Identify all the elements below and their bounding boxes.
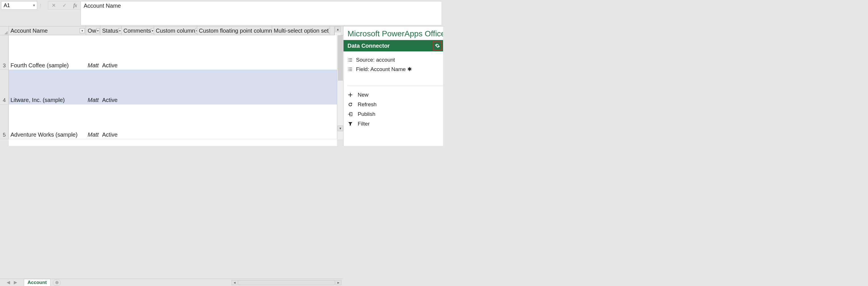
- table-row[interactable]: Fourth Coffee (sample) Matt P Active: [9, 35, 337, 70]
- filter-dropdown-icon[interactable]: ▼: [80, 28, 85, 33]
- divider: [347, 86, 443, 86]
- cell-account-name[interactable]: Adventure Works (sample): [9, 132, 86, 139]
- cell-custom[interactable]: [154, 69, 197, 69]
- col-header-comments[interactable]: Comments ▼: [122, 26, 154, 35]
- cell-status[interactable]: Active: [100, 132, 122, 139]
- cell-multi[interactable]: [272, 104, 330, 104]
- row-headers: 3 4 5: [0, 35, 9, 146]
- formula-buttons: ✕ ✓ fx: [48, 1, 81, 10]
- cell-float[interactable]: [197, 69, 272, 69]
- action-publish[interactable]: Publish: [347, 109, 443, 119]
- row-header[interactable]: 5: [0, 105, 9, 139]
- drag-handle-icon[interactable]: ⋮: [37, 1, 44, 10]
- name-box[interactable]: A1 ▼: [1, 1, 37, 10]
- fx-icon[interactable]: fx: [70, 1, 81, 9]
- publish-icon: [347, 112, 353, 116]
- scroll-down-icon[interactable]: ▼: [338, 125, 343, 131]
- row-header[interactable]: 3: [0, 35, 9, 70]
- filter-icon: [347, 121, 353, 126]
- cell-account-name[interactable]: Fourth Coffee (sample): [9, 62, 86, 69]
- col-header-account-name[interactable]: Account Name ▼: [9, 26, 86, 35]
- filter-dropdown-icon[interactable]: ▼: [118, 28, 122, 33]
- addin-pane: Microsoft PowerApps Office.. Data Connec…: [343, 26, 443, 146]
- action-refresh[interactable]: Refresh: [347, 100, 443, 109]
- cell-status[interactable]: Active: [100, 97, 122, 104]
- cell-float[interactable]: [197, 104, 272, 104]
- table-row[interactable]: Adventure Works (sample) Matt P Active: [9, 105, 337, 139]
- scrollbar-thumb[interactable]: [338, 35, 343, 81]
- cell-multi[interactable]: [272, 138, 330, 139]
- col-header-multi-select[interactable]: Multi-select option set ▼: [272, 26, 330, 35]
- cell-comments[interactable]: [122, 69, 154, 69]
- accept-icon[interactable]: ✓: [59, 1, 70, 9]
- col-header-spare: [330, 26, 335, 35]
- cell-status[interactable]: Active: [100, 62, 122, 69]
- scroll-up-icon[interactable]: ▲: [335, 26, 341, 32]
- cell-custom[interactable]: [154, 104, 197, 104]
- cell-comments[interactable]: [122, 138, 154, 139]
- info-field: Field: Account Name ✱: [347, 64, 443, 74]
- pane-header-label: Data Connector: [347, 42, 390, 49]
- pane-info-list: Source: account Field: Account Name ✱: [343, 51, 443, 76]
- formula-input[interactable]: Account Name: [81, 1, 442, 25]
- plus-icon: [347, 93, 353, 97]
- row-header[interactable]: 4: [0, 70, 9, 105]
- col-header-floating-point[interactable]: Custom floating point column ▼: [197, 26, 272, 35]
- cell-reference: A1: [4, 3, 10, 8]
- cell-account-name[interactable]: Litware, Inc. (sample): [9, 97, 86, 104]
- pane-actions: New Refresh Publish Filter: [343, 88, 443, 131]
- col-header-owner[interactable]: Ow ▼: [86, 26, 100, 35]
- filter-dropdown-icon[interactable]: ▼: [151, 28, 154, 33]
- col-header-status[interactable]: Status ▼: [100, 26, 122, 35]
- refresh-icon: [347, 102, 353, 107]
- cell-owner[interactable]: Matt P: [86, 132, 100, 139]
- action-filter[interactable]: Filter: [347, 119, 443, 128]
- cell-comments[interactable]: [122, 104, 154, 104]
- select-all-triangle[interactable]: [0, 26, 9, 35]
- table-row[interactable]: Litware, Inc. (sample) Matt P Active: [9, 70, 337, 105]
- chevron-down-icon[interactable]: ▼: [32, 3, 36, 7]
- column-header-row: Account Name ▼ Ow ▼ Status ▼ Comments ▼ …: [0, 26, 343, 35]
- cell-float[interactable]: [197, 138, 272, 139]
- cell-owner[interactable]: Matt P: [86, 97, 100, 104]
- cell-multi[interactable]: [272, 69, 330, 69]
- cell-custom[interactable]: [154, 138, 197, 139]
- settings-button-highlight[interactable]: [433, 41, 442, 50]
- col-header-custom-column[interactable]: Custom column ▼: [154, 26, 197, 35]
- pane-title: Microsoft PowerApps Office..: [343, 26, 443, 40]
- cells-area[interactable]: Fourth Coffee (sample) Matt P Active Lit…: [9, 35, 337, 146]
- formula-bar: A1 ▼ ⋮ ✕ ✓ fx Account Name: [0, 0, 443, 26]
- filter-dropdown-icon[interactable]: ▼: [195, 28, 197, 33]
- cancel-icon[interactable]: ✕: [48, 1, 59, 9]
- list-icon: [347, 58, 352, 62]
- action-new[interactable]: New: [347, 90, 443, 100]
- list-icon: [347, 67, 352, 71]
- spreadsheet-grid: Account Name ▼ Ow ▼ Status ▼ Comments ▼ …: [0, 26, 343, 146]
- vertical-scrollbar[interactable]: ▼: [337, 35, 343, 139]
- gear-icon: [435, 43, 440, 48]
- pane-header-bar: Data Connector Mat: [343, 40, 443, 51]
- info-source: Source: account: [347, 55, 443, 64]
- filter-dropdown-icon[interactable]: ▼: [96, 28, 99, 33]
- cell-owner[interactable]: Matt P: [86, 62, 100, 69]
- formula-text: Account Name: [84, 3, 121, 9]
